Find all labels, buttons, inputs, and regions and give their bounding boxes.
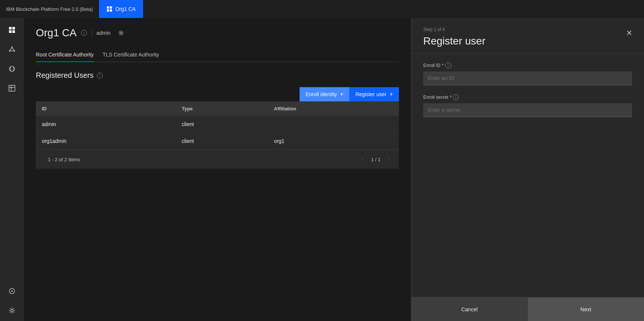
svg-rect-1: [110, 6, 112, 9]
section-title: Registered Users i: [36, 71, 399, 80]
enroll-secret-label: Enroll secret * i: [423, 94, 632, 100]
admin-label: admin: [96, 30, 111, 36]
toolbar: Enroll identity + Register user +: [36, 87, 399, 101]
channels-icon: [8, 85, 16, 92]
svg-rect-0: [107, 6, 109, 9]
svg-rect-6: [9, 30, 12, 33]
next-button[interactable]: Next: [528, 297, 644, 321]
col-type: Type: [176, 101, 268, 116]
active-tab[interactable]: Org1 CA: [99, 0, 143, 18]
panel-step: Step 1 of 4: [423, 27, 632, 32]
panel-body: Enroll ID * i Enroll secret * i: [411, 54, 644, 297]
sidebar: [0, 18, 24, 321]
svg-rect-2: [107, 9, 109, 12]
col-id: ID: [36, 101, 176, 116]
main-layout: Org1 CA i admin Root Certificate Authori…: [0, 18, 644, 321]
close-panel-button[interactable]: ✕: [623, 27, 635, 39]
sidebar-item-network[interactable]: [3, 40, 21, 58]
cancel-button[interactable]: Cancel: [411, 297, 528, 321]
enroll-plus-icon: +: [340, 91, 343, 98]
row-type: client: [176, 116, 268, 133]
enroll-secret-input[interactable]: [423, 103, 632, 117]
sidebar-item-channels[interactable]: [3, 79, 21, 97]
enroll-secret-group: Enroll secret * i: [423, 94, 632, 117]
svg-rect-19: [9, 85, 15, 91]
panel-title: Register user: [423, 35, 632, 47]
sidebar-item-nodes[interactable]: [3, 60, 21, 78]
next-page-button[interactable]: ›: [385, 155, 393, 164]
svg-rect-4: [9, 27, 12, 30]
enroll-identity-button[interactable]: Enroll identity +: [300, 87, 349, 101]
top-bar: IBM Blockchain Platform Free 2.0 (Beta) …: [0, 0, 644, 18]
settings-icon: [8, 307, 16, 314]
svg-point-23: [11, 290, 13, 292]
row-type: client: [176, 133, 268, 150]
svg-point-17: [10, 70, 11, 71]
svg-rect-3: [110, 9, 112, 12]
required-star-secret: *: [450, 95, 452, 100]
enroll-secret-info-icon[interactable]: i: [453, 94, 459, 100]
row-id: org1admin: [36, 133, 176, 150]
panel-footer: Cancel Next: [411, 297, 644, 321]
enroll-id-group: Enroll ID * i: [423, 62, 632, 85]
right-panel: Step 1 of 4 Register user ✕ Enroll ID * …: [411, 18, 644, 321]
sidebar-item-settings[interactable]: [3, 302, 21, 320]
brand-label: IBM Blockchain Platform Free 2.0 (Beta): [0, 6, 99, 12]
svg-point-14: [9, 66, 15, 71]
svg-point-18: [13, 70, 14, 71]
tab-root-ca[interactable]: Root Certificate Authority: [36, 48, 94, 62]
table-row: admin client: [36, 116, 399, 133]
register-user-button[interactable]: Register user +: [349, 87, 399, 101]
sidebar-item-dashboard[interactable]: [3, 21, 21, 39]
register-plus-icon: +: [390, 91, 393, 98]
nodes-icon: [8, 65, 16, 73]
svg-rect-5: [12, 27, 15, 30]
dashboard-icon: [8, 26, 16, 34]
row-affiliation: [268, 116, 399, 133]
enroll-id-input[interactable]: [423, 71, 632, 85]
col-affiliation: Affiliation: [268, 101, 399, 116]
table-wrapper: Enroll identity + Register user + ID Typ…: [36, 87, 399, 169]
svg-point-16: [13, 68, 14, 69]
page-title-info-icon[interactable]: i: [81, 30, 87, 36]
section-info-icon[interactable]: i: [97, 73, 103, 79]
panel-header: Step 1 of 4 Register user ✕: [411, 18, 644, 54]
svg-point-24: [11, 309, 13, 312]
tab-tls-ca[interactable]: TLS Certificate Authority: [103, 48, 159, 62]
row-id: admin: [36, 116, 176, 133]
svg-line-11: [10, 48, 12, 50]
table-header-row: ID Type Affiliation: [36, 101, 399, 116]
items-info: 1 - 2 of 2 Items: [42, 157, 80, 162]
row-affiliation: org1: [268, 133, 399, 150]
svg-rect-7: [12, 30, 15, 33]
settings-button[interactable]: [115, 27, 127, 39]
page-title: Org1 CA: [36, 27, 77, 39]
prev-page-button[interactable]: ‹: [359, 155, 366, 164]
tabs-bar: Root Certificate Authority TLS Certifica…: [36, 48, 399, 62]
header-divider: [92, 28, 92, 37]
svg-line-12: [12, 48, 14, 50]
required-star-id: *: [442, 63, 444, 68]
sidebar-item-wallet[interactable]: [3, 282, 21, 300]
page-info: 1 / 1: [371, 157, 380, 162]
page-header: Org1 CA i admin: [36, 27, 399, 39]
enroll-id-info-icon[interactable]: i: [445, 62, 451, 68]
enroll-id-label: Enroll ID * i: [423, 62, 632, 68]
users-table: ID Type Affiliation admin client org1adm…: [36, 101, 399, 150]
table-row: org1admin client org1: [36, 133, 399, 150]
gear-icon: [118, 30, 124, 36]
pagination: 1 - 2 of 2 Items ‹ 1 / 1 ›: [36, 150, 399, 169]
tab-icon: [106, 6, 112, 12]
svg-point-25: [120, 32, 122, 34]
network-icon: [8, 46, 16, 53]
svg-point-8: [11, 46, 13, 48]
content-area: Org1 CA i admin Root Certificate Authori…: [24, 18, 411, 321]
wallet-icon: [8, 287, 16, 295]
svg-point-15: [10, 68, 11, 69]
